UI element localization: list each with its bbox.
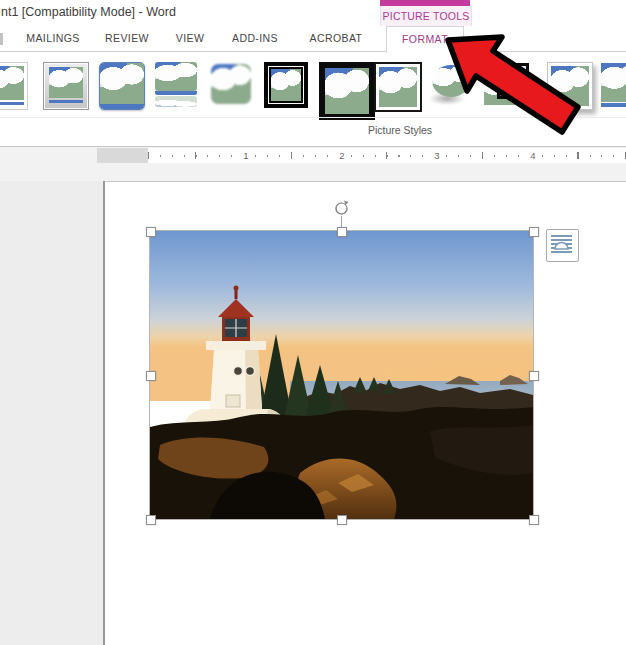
tab-format[interactable]: FORMAT [386, 26, 464, 53]
resize-handle-bottom-center[interactable] [337, 515, 347, 525]
partial-tab-fragment [0, 33, 3, 45]
window-title: nt1 [Compatibility Mode] - Word [1, 5, 176, 19]
ribbon-tab-row: MAILINGS REVIEW VIEW ADD-INS ACROBAT FOR… [0, 26, 626, 52]
picture-style-thumbnail[interactable] [43, 62, 89, 110]
tab-mailings[interactable]: MAILINGS [19, 26, 87, 51]
resize-handle-middle-right[interactable] [529, 371, 539, 381]
page-left-border [103, 181, 105, 645]
rotate-handle-icon[interactable] [333, 200, 350, 217]
ruler-number: 2 [336, 149, 347, 162]
ruler-number: 3 [431, 149, 442, 162]
ruler-zone: 1 2 3 4 [0, 147, 626, 181]
ribbon-picture-styles-group: Picture Styles [0, 52, 626, 146]
tab-add-ins[interactable]: ADD-INS [221, 26, 289, 51]
ruler-margin-area [97, 148, 148, 163]
page-top-border [105, 181, 626, 182]
picture-style-thumbnail[interactable] [429, 62, 473, 108]
ruler-number: 4 [527, 149, 538, 162]
resize-handle-bottom-left[interactable] [146, 515, 156, 525]
resize-handle-middle-left[interactable] [146, 371, 156, 381]
selected-picture[interactable] [150, 231, 533, 519]
horizontal-ruler[interactable]: 1 2 3 4 [97, 148, 626, 163]
picture-style-thumbnail[interactable] [99, 62, 145, 110]
resize-handle-top-right[interactable] [529, 227, 539, 237]
gallery-divider [0, 117, 626, 118]
layout-options-icon [547, 230, 576, 259]
picture-style-thumbnail[interactable] [319, 62, 375, 120]
tab-acrobat[interactable]: ACROBAT [302, 26, 370, 51]
resize-handle-bottom-right[interactable] [529, 515, 539, 525]
ruler-number: 1 [240, 149, 251, 162]
ribbon-group-label: Picture Styles [300, 124, 500, 136]
layout-options-button[interactable] [546, 229, 579, 262]
picture-style-thumbnail[interactable] [547, 62, 593, 110]
resize-handle-top-center[interactable] [337, 227, 347, 237]
picture-style-thumbnail[interactable] [601, 62, 626, 108]
lighthouse-photo [150, 231, 533, 519]
picture-style-thumbnail[interactable] [209, 62, 253, 108]
picture-style-thumbnail[interactable] [484, 62, 528, 108]
resize-handle-top-left[interactable] [146, 227, 156, 237]
picture-style-thumbnail[interactable] [264, 62, 308, 108]
tab-view[interactable]: VIEW [156, 26, 224, 51]
picture-style-thumbnail[interactable] [0, 62, 28, 110]
picture-style-thumbnail[interactable] [374, 62, 422, 112]
picture-style-thumbnail[interactable] [154, 62, 198, 108]
title-bar: nt1 [Compatibility Mode] - Word [0, 0, 626, 26]
tab-review[interactable]: REVIEW [93, 26, 161, 51]
picture-tools-group-label: PICTURE TOOLS [380, 6, 472, 26]
